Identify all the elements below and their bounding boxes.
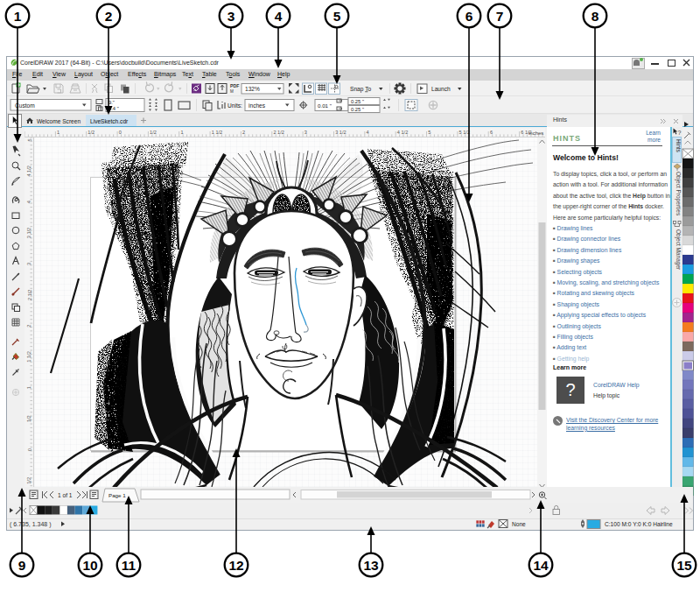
svg-text:13: 13	[363, 558, 379, 573]
svg-text:4: 4	[275, 9, 283, 24]
svg-text:12: 12	[228, 558, 243, 573]
svg-text:3: 3	[228, 9, 235, 24]
svg-text:9: 9	[18, 558, 26, 573]
svg-text:11: 11	[122, 558, 136, 573]
svg-text:5: 5	[333, 9, 341, 24]
svg-text:14: 14	[533, 558, 549, 573]
svg-text:7: 7	[496, 9, 504, 24]
svg-text:15: 15	[676, 558, 692, 573]
svg-text:2: 2	[105, 9, 113, 24]
svg-text:10: 10	[82, 558, 97, 573]
svg-text:8: 8	[592, 9, 599, 24]
svg-text:1: 1	[14, 9, 22, 24]
svg-text:6: 6	[466, 9, 473, 24]
